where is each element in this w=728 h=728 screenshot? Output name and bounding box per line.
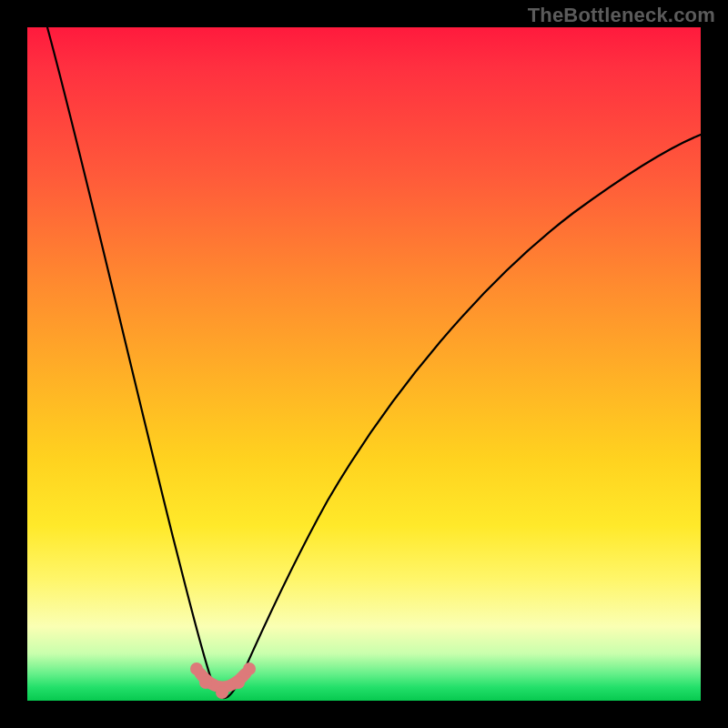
optimal-dot bbox=[190, 662, 203, 675]
curve-svg bbox=[27, 27, 701, 701]
optimal-dot bbox=[199, 676, 212, 689]
optimal-dot bbox=[243, 662, 256, 675]
chart-frame: TheBottleneck.com bbox=[0, 0, 728, 728]
optimal-dot bbox=[216, 686, 228, 699]
plot-area bbox=[27, 27, 701, 701]
bottleneck-curve bbox=[47, 27, 701, 698]
watermark-text: TheBottleneck.com bbox=[528, 4, 715, 27]
optimal-dot bbox=[232, 676, 245, 689]
